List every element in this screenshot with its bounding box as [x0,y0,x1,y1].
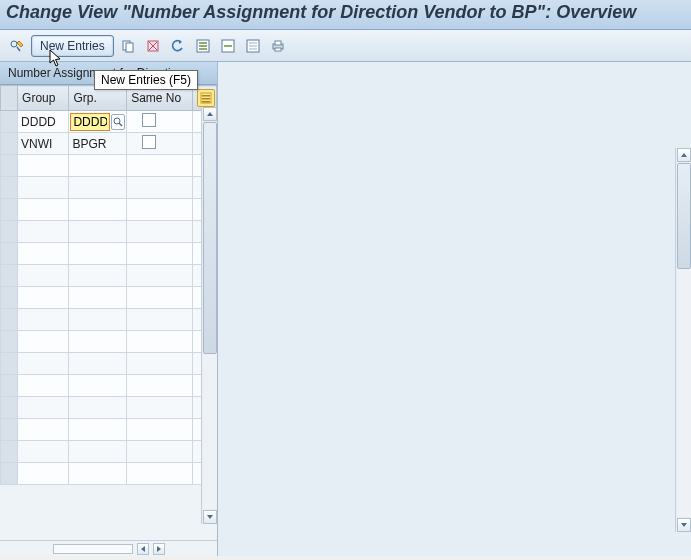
empty-cell[interactable] [18,199,69,221]
empty-cell[interactable] [69,353,127,375]
empty-cell[interactable] [18,221,69,243]
empty-cell[interactable] [127,155,193,177]
empty-cell[interactable] [18,397,69,419]
column-resize-handle[interactable] [53,544,133,554]
empty-cell[interactable] [127,375,193,397]
window-vertical-scrollbar[interactable] [675,148,691,532]
empty-cell[interactable] [127,419,193,441]
row-selector[interactable] [1,419,18,441]
empty-cell[interactable] [127,265,193,287]
row-selector[interactable] [1,133,18,155]
print-button[interactable] [267,35,289,57]
row-selector[interactable] [1,331,18,353]
row-selector[interactable] [1,221,18,243]
empty-cell[interactable] [69,331,127,353]
empty-cell[interactable] [18,177,69,199]
row-selector[interactable] [1,243,18,265]
horizontal-scroll-row [0,540,217,556]
empty-cell[interactable] [69,243,127,265]
row-selector[interactable] [1,265,18,287]
f4-help-button[interactable] [111,114,125,130]
grp-input[interactable] [70,113,110,131]
same-no-checkbox[interactable] [142,113,156,127]
hscroll-left-button[interactable] [137,543,149,555]
col-group[interactable]: Group [18,86,69,111]
empty-cell[interactable] [18,265,69,287]
empty-cell[interactable] [69,177,127,199]
empty-cell[interactable] [127,309,193,331]
empty-cell[interactable] [69,441,127,463]
empty-cell[interactable] [127,177,193,199]
row-selector[interactable] [1,177,18,199]
empty-cell[interactable] [127,221,193,243]
row-selector[interactable] [1,353,18,375]
row-selector[interactable] [1,397,18,419]
empty-cell[interactable] [127,463,193,485]
new-entries-button[interactable]: New Entries [31,35,114,57]
empty-cell[interactable] [127,199,193,221]
empty-cell[interactable] [69,397,127,419]
row-selector[interactable] [1,199,18,221]
empty-cell[interactable] [69,463,127,485]
win-scroll-thumb[interactable] [677,163,691,269]
cell-same-no[interactable] [127,111,193,133]
scroll-thumb[interactable] [203,122,217,354]
row-selector-header[interactable] [1,86,18,111]
row-selector[interactable] [1,287,18,309]
empty-cell[interactable] [18,331,69,353]
delete-button[interactable] [142,35,164,57]
cell-grp[interactable] [69,111,127,133]
empty-cell[interactable] [18,309,69,331]
empty-cell[interactable] [127,397,193,419]
cell-group[interactable]: VNWI [18,133,69,155]
cell-same-no[interactable] [127,133,193,155]
empty-cell[interactable] [18,287,69,309]
empty-cell[interactable] [18,353,69,375]
empty-cell[interactable] [69,375,127,397]
svg-rect-17 [275,41,281,45]
empty-cell[interactable] [69,155,127,177]
cell-grp[interactable]: BPGR [69,133,127,155]
empty-cell[interactable] [127,353,193,375]
svg-line-24 [119,123,122,126]
scroll-up-button[interactable] [203,107,217,121]
empty-cell[interactable] [69,309,127,331]
undo-button[interactable] [167,35,189,57]
scroll-track[interactable] [203,122,217,509]
win-scroll-down-button[interactable] [677,518,691,532]
empty-cell[interactable] [18,243,69,265]
empty-cell[interactable] [127,243,193,265]
empty-cell[interactable] [69,265,127,287]
empty-cell[interactable] [127,287,193,309]
deselect-all-button[interactable] [242,35,264,57]
empty-cell[interactable] [18,463,69,485]
row-selector[interactable] [1,111,18,133]
empty-cell[interactable] [127,441,193,463]
row-selector[interactable] [1,309,18,331]
copy-as-button[interactable] [117,35,139,57]
table-settings-icon[interactable] [197,89,215,107]
win-scroll-up-button[interactable] [677,148,691,162]
empty-cell[interactable] [18,419,69,441]
empty-cell[interactable] [69,419,127,441]
win-scroll-track[interactable] [677,163,691,517]
empty-cell[interactable] [69,287,127,309]
empty-cell[interactable] [127,331,193,353]
toggle-display-change-button[interactable] [6,35,28,57]
scroll-down-button[interactable] [203,510,217,524]
row-selector[interactable] [1,441,18,463]
empty-cell[interactable] [69,199,127,221]
empty-cell[interactable] [18,155,69,177]
empty-cell[interactable] [18,375,69,397]
select-all-button[interactable] [192,35,214,57]
empty-cell[interactable] [69,221,127,243]
hscroll-right-button[interactable] [153,543,165,555]
row-selector[interactable] [1,463,18,485]
cell-group[interactable]: DDDD [18,111,69,133]
row-selector[interactable] [1,155,18,177]
row-selector[interactable] [1,375,18,397]
select-block-button[interactable] [217,35,239,57]
panel-vertical-scrollbar[interactable] [201,107,217,524]
empty-cell[interactable] [18,441,69,463]
same-no-checkbox[interactable] [142,135,156,149]
